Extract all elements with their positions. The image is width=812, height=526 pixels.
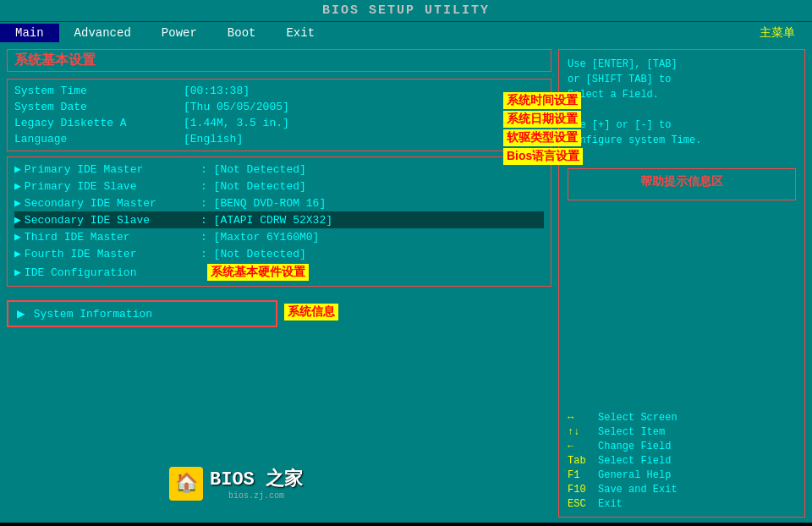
- key-esc: ESC Exit: [568, 498, 796, 510]
- bios-title: BIOS SETUP UTILITY: [322, 3, 490, 18]
- fourth-ide-master-value: : [Not Detected]: [200, 248, 306, 260]
- secondary-ide-master-row[interactable]: ▶ Secondary IDE Master : [BENQ DVD-ROM 1…: [14, 195, 544, 211]
- fourth-ide-master-row[interactable]: ▶ Fourth IDE Master : [Not Detected]: [14, 245, 544, 262]
- arrow-icon-7: ▶: [14, 266, 21, 279]
- key-desc-2: Select Item: [598, 426, 665, 438]
- secondary-ide-master-value: : [BENQ DVD-ROM 16]: [200, 197, 326, 210]
- help-line-4: [568, 102, 796, 118]
- primary-ide-master-value: : [Not Detected]: [200, 163, 306, 176]
- language-value: [English]: [184, 133, 243, 145]
- key-save-exit: F10 Save and Exit: [568, 484, 796, 496]
- third-ide-master-label: ▶ Third IDE Master: [14, 230, 200, 244]
- system-time-row[interactable]: System Time [00:13:38]: [14, 83, 544, 99]
- third-ide-master-value: : [Maxtor 6Y160M0]: [200, 231, 319, 244]
- diskette-row[interactable]: Legacy Diskette A [1.44M, 3.5 in.]: [14, 115, 544, 131]
- system-date-row[interactable]: System Date [Thu 05/05/2005]: [14, 99, 544, 115]
- help-line-3: Select a Field.: [568, 87, 796, 102]
- title-bar: BIOS SETUP UTILITY: [0, 0, 812, 21]
- left-panel: 系统基本设置 System Time [00:13:38] System Dat…: [0, 44, 558, 523]
- menu-right-label: 主菜单: [760, 25, 812, 41]
- primary-ide-slave-label: ▶ Primary IDE Slave: [14, 179, 200, 193]
- system-date-value: [Thu 05/05/2005]: [184, 101, 289, 113]
- arrow-icon-2: ▶: [14, 179, 21, 193]
- menu-power[interactable]: Power: [146, 24, 212, 42]
- secondary-ide-slave-row[interactable]: ▶ Secondary IDE Slave : [ATAPI CDRW 52X3…: [14, 211, 544, 228]
- watermark-text: BIOS 之家: [210, 466, 303, 491]
- key-desc-5: General Help: [598, 469, 671, 481]
- help-line-1: Use [ENTER], [TAB]: [568, 57, 796, 72]
- menu-exit[interactable]: Exit: [271, 24, 330, 42]
- arrow-icon-3: ▶: [14, 196, 21, 210]
- key-symbol-4: Tab: [568, 455, 593, 467]
- home-icon: 🏠: [169, 467, 203, 501]
- ide-settings: ▶ Primary IDE Master : [Not Detected] ▶ …: [7, 156, 551, 287]
- watermark-content: BIOS 之家 bios.zj.com: [210, 466, 303, 501]
- sys-info-label: System Information: [34, 308, 152, 321]
- arrow-icon: ▶: [14, 162, 21, 176]
- key-bindings: ↔ Select Screen ↑↓ Select Item ← Change …: [568, 412, 796, 510]
- third-ide-master-row[interactable]: ▶ Third IDE Master : [Maxtor 6Y160M0]: [14, 228, 544, 245]
- secondary-ide-slave-label: ▶ Secondary IDE Slave: [14, 213, 200, 227]
- arrow-icon-4: ▶: [14, 213, 21, 227]
- sys-info-area: ▶ System Information 系统信息: [7, 297, 551, 327]
- help-area: 帮助提示信息区: [568, 168, 796, 200]
- diskette-label: Legacy Diskette A: [14, 117, 184, 129]
- ide-config-label: ▶ IDE Configuration: [14, 266, 200, 279]
- key-symbol-1: ↔: [568, 412, 593, 424]
- zh-annotation-time: 系统时间设置: [503, 92, 581, 109]
- system-time-value: [00:13:38]: [184, 85, 250, 97]
- key-change-field: ← Change Field: [568, 441, 796, 452]
- language-label: Language: [14, 133, 184, 145]
- help-lines: Use [ENTER], [TAB] or [SHIFT TAB] to Sel…: [568, 57, 796, 148]
- ide-config-row[interactable]: ▶ IDE Configuration 系统基本硬件设置: [14, 262, 544, 282]
- key-symbol-3: ←: [568, 441, 593, 452]
- menu-main[interactable]: Main: [0, 24, 59, 42]
- key-desc-4: Select Field: [598, 455, 671, 467]
- zh-annotation-date: 系统日期设置: [503, 111, 581, 128]
- key-desc-1: Select Screen: [598, 412, 678, 424]
- zh-annotation-lang: Bios语言设置: [503, 148, 583, 165]
- system-date-label: System Date: [14, 101, 184, 113]
- key-select-item: ↑↓ Select Item: [568, 426, 796, 438]
- help-area-title: 帮助提示信息区: [573, 174, 790, 189]
- watermark: 🏠 BIOS 之家 bios.zj.com: [169, 466, 303, 501]
- key-select-field: Tab Select Field: [568, 455, 796, 467]
- system-time-label: System Time: [14, 85, 184, 97]
- key-symbol-5: F1: [568, 469, 593, 481]
- help-line-6: configure system Time.: [568, 133, 796, 148]
- key-general-help: F1 General Help: [568, 469, 796, 481]
- diskette-value: [1.44M, 3.5 in.]: [184, 117, 289, 129]
- secondary-ide-slave-value: : [ATAPI CDRW 52X32]: [200, 214, 332, 227]
- right-panel: Use [ENTER], [TAB] or [SHIFT TAB] to Sel…: [558, 49, 805, 518]
- main-area: 系统基本设置 System Time [00:13:38] System Dat…: [0, 44, 812, 523]
- menu-bar: Main Advanced Power Boot Exit 主菜单: [0, 21, 812, 44]
- ide-hardware-zh: 系统基本硬件设置: [207, 264, 309, 281]
- watermark-subtext: bios.zj.com: [210, 491, 303, 501]
- sys-info-zh: 系统信息: [284, 304, 338, 321]
- sys-info-box[interactable]: ▶ System Information: [7, 300, 277, 327]
- key-desc-3: Change Field: [598, 441, 671, 452]
- primary-ide-slave-value: : [Not Detected]: [200, 180, 306, 193]
- help-line-2: or [SHIFT TAB] to: [568, 72, 796, 87]
- menu-boot[interactable]: Boot: [212, 24, 272, 42]
- help-line-5: Use [+] or [-] to: [568, 118, 796, 133]
- primary-ide-master-label: ▶ Primary IDE Master: [14, 162, 200, 176]
- section-header: 系统基本设置: [7, 49, 551, 72]
- basic-settings: System Time [00:13:38] System Date [Thu …: [7, 79, 551, 151]
- fourth-ide-master-label: ▶ Fourth IDE Master: [14, 247, 200, 260]
- key-symbol-7: ESC: [568, 498, 593, 510]
- arrow-icon-8: ▶: [17, 305, 25, 322]
- arrow-icon-6: ▶: [14, 247, 21, 260]
- key-symbol-2: ↑↓: [568, 426, 593, 438]
- language-row[interactable]: Language [English]: [14, 131, 544, 147]
- key-select-screen: ↔ Select Screen: [568, 412, 796, 424]
- primary-ide-slave-row[interactable]: ▶ Primary IDE Slave : [Not Detected]: [14, 178, 544, 195]
- primary-ide-master-row[interactable]: ▶ Primary IDE Master : [Not Detected]: [14, 161, 544, 178]
- key-symbol-6: F10: [568, 484, 593, 496]
- arrow-icon-5: ▶: [14, 230, 21, 244]
- key-desc-6: Save and Exit: [598, 484, 678, 496]
- key-desc-7: Exit: [598, 498, 623, 510]
- secondary-ide-master-label: ▶ Secondary IDE Master: [14, 196, 200, 210]
- menu-advanced[interactable]: Advanced: [59, 24, 146, 42]
- zh-annotation-drive: 软驱类型设置: [503, 129, 581, 146]
